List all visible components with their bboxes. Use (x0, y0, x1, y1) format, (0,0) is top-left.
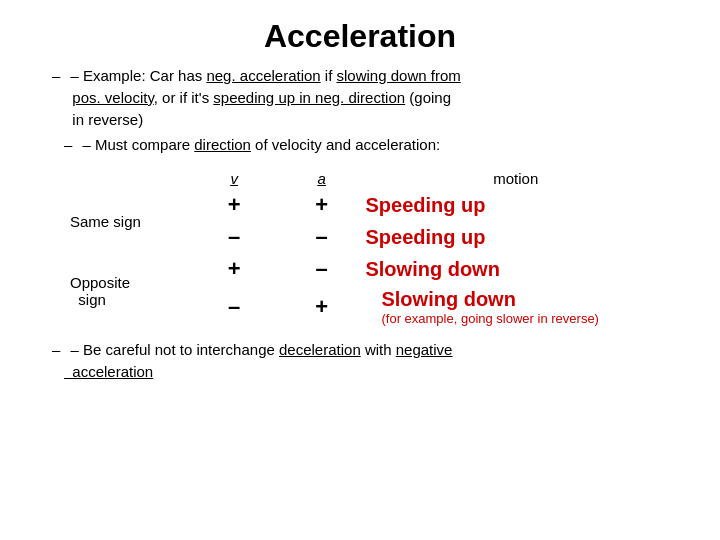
same-sign-v1: + (190, 189, 278, 221)
opposite-sign-row-1: Opposite sign + – Slowing down (70, 253, 650, 285)
opposite-sign-a2: + (278, 285, 366, 329)
same-sign-a1: + (278, 189, 366, 221)
bullet-1: – Example: Car has neg. acceleration if … (64, 65, 684, 130)
page: Acceleration – Example: Car has neg. acc… (0, 0, 720, 540)
table-header-row: v a motion (70, 170, 650, 189)
same-sign-label: Same sign (70, 189, 190, 253)
negative-acceleration-link: negative acceleration (64, 341, 452, 380)
header-empty (70, 170, 190, 189)
same-sign-motion1: Speeding up (365, 189, 650, 221)
deceleration-link: deceleration (279, 341, 361, 358)
same-sign-motion2: Speeding up (365, 221, 650, 253)
same-sign-a2: – (278, 221, 366, 253)
speeding-up-link: speeding up in neg. direction (213, 89, 405, 106)
table-container: v a motion Same sign + + Speeding up – –… (70, 170, 650, 329)
bullet-2-text: – Must compare direction of velocity and… (83, 136, 441, 153)
motion-table: v a motion Same sign + + Speeding up – –… (70, 170, 650, 329)
opposite-sign-motion2-cell: Slowing down (for example, going slower … (365, 285, 650, 329)
direction-link: direction (194, 136, 251, 153)
reverse-note: (for example, going slower in reverse) (365, 311, 650, 326)
header-a: a (278, 170, 366, 189)
opposite-sign-label: Opposite sign (70, 253, 190, 329)
header-motion: motion (365, 170, 650, 189)
bullet-1-text: – Example: Car has neg. acceleration if … (64, 67, 461, 128)
header-v: v (190, 170, 278, 189)
neg-acceleration-link: neg. acceleration (206, 67, 320, 84)
last-bullet: – Be careful not to interchange decelera… (64, 339, 684, 383)
opposite-sign-v1: + (190, 253, 278, 285)
slowing-down-link: slowing down from (337, 67, 461, 84)
pos-velocity-link: pos. velocity (72, 89, 153, 106)
opposite-sign-a1: – (278, 253, 366, 285)
opposite-sign-motion1: Slowing down (365, 253, 650, 285)
opposite-sign-motion2: Slowing down (365, 288, 650, 311)
last-bullet-text: – Be careful not to interchange decelera… (64, 341, 452, 380)
bullet-2: – Must compare direction of velocity and… (64, 134, 684, 156)
same-sign-v2: – (190, 221, 278, 253)
same-sign-row-1: Same sign + + Speeding up (70, 189, 650, 221)
page-title: Acceleration (36, 18, 684, 55)
opposite-sign-v2: – (190, 285, 278, 329)
